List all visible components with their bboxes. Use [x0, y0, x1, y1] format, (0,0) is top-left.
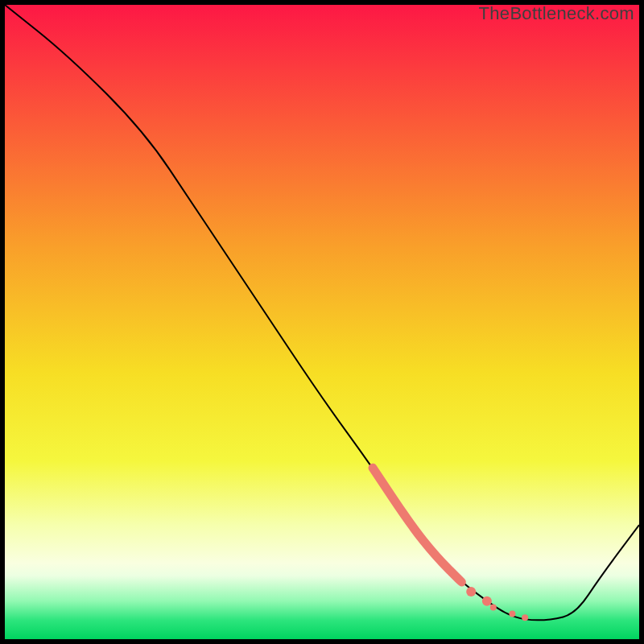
highlight-point — [509, 610, 515, 617]
plot-area — [5, 5, 639, 639]
chart-svg — [5, 5, 639, 639]
highlight-point — [490, 605, 497, 611]
highlight-point — [466, 587, 476, 597]
highlight-point — [522, 614, 528, 621]
highlight-point — [482, 597, 492, 606]
chart-frame: TheBottleneck.com — [0, 0, 644, 644]
gradient-background — [5, 5, 639, 639]
watermark-text: TheBottleneck.com — [479, 3, 634, 24]
